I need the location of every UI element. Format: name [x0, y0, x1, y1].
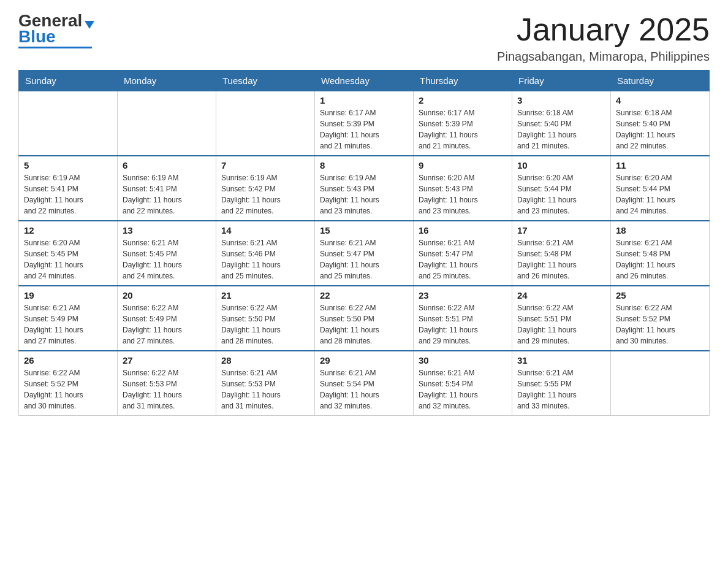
day-number: 11: [616, 160, 704, 170]
calendar-cell-w2-d3: 7Sunrise: 6:19 AMSunset: 5:42 PMDaylight…: [216, 156, 315, 221]
day-number: 24: [517, 290, 605, 301]
day-info: Sunrise: 6:21 AMSunset: 5:49 PMDaylight:…: [24, 302, 112, 347]
day-number: 14: [221, 225, 309, 236]
day-number: 13: [123, 225, 211, 236]
calendar-cell-w2-d7: 11Sunrise: 6:20 AMSunset: 5:44 PMDayligh…: [611, 156, 710, 221]
day-info: Sunrise: 6:21 AMSunset: 5:54 PMDaylight:…: [320, 367, 408, 412]
calendar-cell-w3-d7: 18Sunrise: 6:21 AMSunset: 5:48 PMDayligh…: [611, 221, 710, 286]
day-info: Sunrise: 6:21 AMSunset: 5:55 PMDaylight:…: [517, 367, 605, 412]
day-number: 18: [616, 225, 704, 236]
calendar-cell-w5-d5: 30Sunrise: 6:21 AMSunset: 5:54 PMDayligh…: [414, 351, 512, 416]
calendar-week-1: 1Sunrise: 6:17 AMSunset: 5:39 PMDaylight…: [19, 91, 710, 156]
day-info: Sunrise: 6:21 AMSunset: 5:48 PMDaylight:…: [616, 237, 704, 282]
calendar-cell-w5-d7: [611, 351, 710, 416]
calendar-cell-w4-d6: 24Sunrise: 6:22 AMSunset: 5:51 PMDayligh…: [512, 286, 611, 351]
calendar-cell-w5-d4: 29Sunrise: 6:21 AMSunset: 5:54 PMDayligh…: [315, 351, 414, 416]
day-info: Sunrise: 6:22 AMSunset: 5:51 PMDaylight:…: [517, 302, 605, 347]
day-number: 26: [24, 355, 112, 366]
day-number: 2: [419, 95, 507, 105]
day-info: Sunrise: 6:20 AMSunset: 5:43 PMDaylight:…: [419, 172, 507, 216]
calendar-week-2: 5Sunrise: 6:19 AMSunset: 5:41 PMDaylight…: [19, 156, 710, 221]
day-number: 10: [517, 160, 605, 170]
day-number: 1: [320, 95, 408, 105]
header-thursday: Thursday: [414, 71, 512, 91]
header-tuesday: Tuesday: [216, 71, 315, 91]
day-info: Sunrise: 6:21 AMSunset: 5:46 PMDaylight:…: [221, 237, 309, 282]
day-info: Sunrise: 6:22 AMSunset: 5:52 PMDaylight:…: [24, 367, 112, 412]
day-info: Sunrise: 6:19 AMSunset: 5:41 PMDaylight:…: [24, 172, 112, 216]
day-number: 28: [221, 355, 309, 366]
calendar-cell-w2-d1: 5Sunrise: 6:19 AMSunset: 5:41 PMDaylight…: [19, 156, 118, 221]
day-number: 29: [320, 355, 408, 366]
calendar-cell-w3-d3: 14Sunrise: 6:21 AMSunset: 5:46 PMDayligh…: [216, 221, 315, 286]
day-info: Sunrise: 6:20 AMSunset: 5:45 PMDaylight:…: [24, 237, 112, 282]
calendar-cell-w4-d3: 21Sunrise: 6:22 AMSunset: 5:50 PMDayligh…: [216, 286, 315, 351]
day-number: 7: [221, 160, 309, 170]
day-info: Sunrise: 6:22 AMSunset: 5:50 PMDaylight:…: [320, 302, 408, 347]
calendar-cell-w1-d5: 2Sunrise: 6:17 AMSunset: 5:39 PMDaylight…: [414, 91, 512, 156]
calendar-cell-w2-d6: 10Sunrise: 6:20 AMSunset: 5:44 PMDayligh…: [512, 156, 611, 221]
day-info: Sunrise: 6:19 AMSunset: 5:43 PMDaylight:…: [320, 172, 408, 216]
day-info: Sunrise: 6:21 AMSunset: 5:48 PMDaylight:…: [517, 237, 605, 282]
day-info: Sunrise: 6:22 AMSunset: 5:50 PMDaylight:…: [221, 302, 309, 347]
day-info: Sunrise: 6:17 AMSunset: 5:39 PMDaylight:…: [320, 107, 408, 151]
day-number: 23: [419, 290, 507, 301]
day-number: 22: [320, 290, 408, 301]
calendar-table: Sunday Monday Tuesday Wednesday Thursday…: [18, 70, 710, 416]
calendar-cell-w4-d1: 19Sunrise: 6:21 AMSunset: 5:49 PMDayligh…: [19, 286, 118, 351]
calendar-cell-w5-d6: 31Sunrise: 6:21 AMSunset: 5:55 PMDayligh…: [512, 351, 611, 416]
calendar-cell-w1-d1: [19, 91, 118, 156]
day-number: 27: [123, 355, 211, 366]
location-subtitle: Pinagsabangan, Mimaropa, Philippines: [497, 50, 710, 64]
day-number: 25: [616, 290, 704, 301]
day-info: Sunrise: 6:21 AMSunset: 5:47 PMDaylight:…: [419, 237, 507, 282]
day-number: 30: [419, 355, 507, 366]
calendar-cell-w5-d3: 28Sunrise: 6:21 AMSunset: 5:53 PMDayligh…: [216, 351, 315, 416]
header-monday: Monday: [118, 71, 216, 91]
calendar-cell-w5-d2: 27Sunrise: 6:22 AMSunset: 5:53 PMDayligh…: [118, 351, 216, 416]
calendar-cell-w3-d2: 13Sunrise: 6:21 AMSunset: 5:45 PMDayligh…: [118, 221, 216, 286]
calendar-cell-w4-d4: 22Sunrise: 6:22 AMSunset: 5:50 PMDayligh…: [315, 286, 414, 351]
calendar-cell-w3-d6: 17Sunrise: 6:21 AMSunset: 5:48 PMDayligh…: [512, 221, 611, 286]
header-sunday: Sunday: [19, 71, 118, 91]
day-number: 17: [517, 225, 605, 236]
header-saturday: Saturday: [611, 71, 710, 91]
day-info: Sunrise: 6:21 AMSunset: 5:45 PMDaylight:…: [123, 237, 211, 282]
logo-triangle-icon: [85, 21, 94, 29]
day-info: Sunrise: 6:19 AMSunset: 5:42 PMDaylight:…: [221, 172, 309, 216]
calendar-cell-w2-d5: 9Sunrise: 6:20 AMSunset: 5:43 PMDaylight…: [414, 156, 512, 221]
calendar-cell-w3-d5: 16Sunrise: 6:21 AMSunset: 5:47 PMDayligh…: [414, 221, 512, 286]
header-wednesday: Wednesday: [315, 71, 414, 91]
calendar-cell-w2-d2: 6Sunrise: 6:19 AMSunset: 5:41 PMDaylight…: [118, 156, 216, 221]
day-info: Sunrise: 6:22 AMSunset: 5:53 PMDaylight:…: [123, 367, 211, 412]
day-number: 16: [419, 225, 507, 236]
logo-blue: Blue: [18, 27, 56, 46]
calendar-cell-w4-d2: 20Sunrise: 6:22 AMSunset: 5:49 PMDayligh…: [118, 286, 216, 351]
day-number: 20: [123, 290, 211, 301]
calendar-week-4: 19Sunrise: 6:21 AMSunset: 5:49 PMDayligh…: [19, 286, 710, 351]
calendar-cell-w4-d5: 23Sunrise: 6:22 AMSunset: 5:51 PMDayligh…: [414, 286, 512, 351]
logo-underline: [18, 47, 92, 48]
day-info: Sunrise: 6:21 AMSunset: 5:47 PMDaylight:…: [320, 237, 408, 282]
day-number: 8: [320, 160, 408, 170]
calendar-week-5: 26Sunrise: 6:22 AMSunset: 5:52 PMDayligh…: [19, 351, 710, 416]
days-header-row: Sunday Monday Tuesday Wednesday Thursday…: [19, 71, 710, 91]
day-info: Sunrise: 6:21 AMSunset: 5:53 PMDaylight:…: [221, 367, 309, 412]
day-info: Sunrise: 6:19 AMSunset: 5:41 PMDaylight:…: [123, 172, 211, 216]
calendar-cell-w1-d3: [216, 91, 315, 156]
logo[interactable]: General Blue: [18, 12, 94, 48]
day-number: 3: [517, 95, 605, 105]
calendar-cell-w1-d7: 4Sunrise: 6:18 AMSunset: 5:40 PMDaylight…: [611, 91, 710, 156]
calendar-cell-w5-d1: 26Sunrise: 6:22 AMSunset: 5:52 PMDayligh…: [19, 351, 118, 416]
calendar-cell-w3-d4: 15Sunrise: 6:21 AMSunset: 5:47 PMDayligh…: [315, 221, 414, 286]
calendar-cell-w3-d1: 12Sunrise: 6:20 AMSunset: 5:45 PMDayligh…: [19, 221, 118, 286]
calendar-cell-w1-d6: 3Sunrise: 6:18 AMSunset: 5:40 PMDaylight…: [512, 91, 611, 156]
day-info: Sunrise: 6:18 AMSunset: 5:40 PMDaylight:…: [616, 107, 704, 151]
title-section: January 2025 Pinagsabangan, Mimaropa, Ph…: [497, 12, 710, 64]
day-info: Sunrise: 6:17 AMSunset: 5:39 PMDaylight:…: [419, 107, 507, 151]
day-number: 15: [320, 225, 408, 236]
day-number: 19: [24, 290, 112, 301]
day-info: Sunrise: 6:22 AMSunset: 5:51 PMDaylight:…: [419, 302, 507, 347]
day-number: 21: [221, 290, 309, 301]
calendar-cell-w4-d7: 25Sunrise: 6:22 AMSunset: 5:52 PMDayligh…: [611, 286, 710, 351]
